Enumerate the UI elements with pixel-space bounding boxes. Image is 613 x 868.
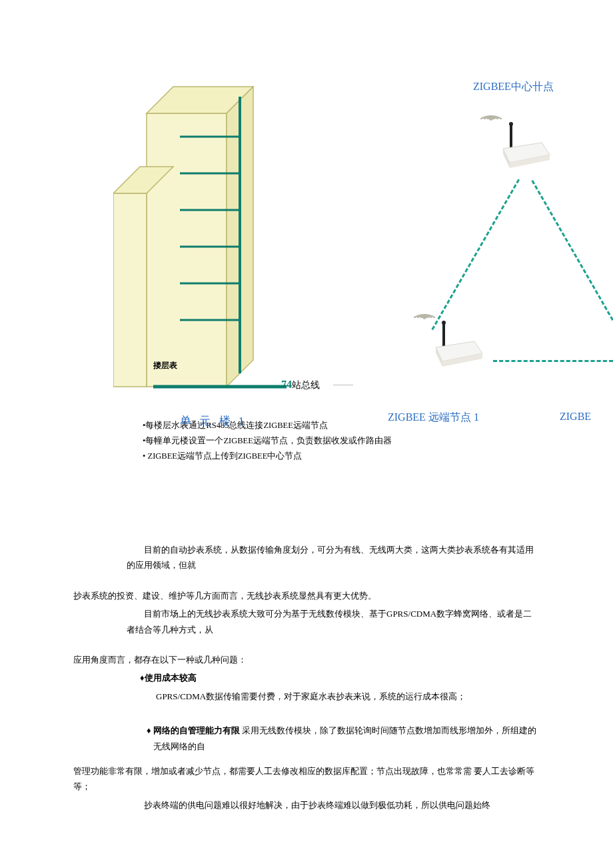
paragraph: 应用角度而言，都存在以下一种或几种问题： xyxy=(73,652,540,667)
text: 目前的自动抄表系统，从数据传输角度划分，可分为有线、无线两大类，这两大类抄表系统… xyxy=(127,545,534,570)
zigbee-device-icon xyxy=(496,119,556,172)
bullet-item: • ZIGBEE远端节点上传到ZIGBEE中心节点 xyxy=(143,451,613,462)
building-illustration xyxy=(113,60,287,393)
svg-point-14 xyxy=(423,316,425,318)
connection-line xyxy=(431,179,520,331)
document-page: 搂层表 74站总线 单 元 楼 1 ZIGBEE中心卄点 ZIGBEE 远端节点… xyxy=(0,27,613,813)
zigbee-device-icon xyxy=(429,317,489,371)
unit-building-label: 单 元 楼 1 xyxy=(180,413,247,429)
bold-title: ♦使用成本较高 xyxy=(140,673,197,683)
connection-line xyxy=(493,360,613,362)
zigbee-remote-label-2: ZIGBE xyxy=(560,411,591,423)
connection-line xyxy=(531,180,613,331)
paragraph: GPRS/CDMA数据传输需要付费，对于家庭水表抄表来说，系统的运行成本很高； xyxy=(156,689,540,704)
network-diagram: 搂层表 74站总线 单 元 楼 1 ZIGBEE中心卄点 ZIGBEE 远端节点… xyxy=(0,27,613,400)
bus-number: 74 xyxy=(281,379,292,390)
text: 目前市场上的无线抄表系统大致可分为基于无线数传模块、基于GPRS/CDMA数字蜂… xyxy=(127,609,532,634)
bullet-item: •每幢单元楼设置一个ZIGBEE远端节点，负责数据收发或作路由器 xyxy=(143,435,613,447)
subheading: ♦ 网络的自管理能力有限 采用无线数传模块，除了数据轮询时间随节点数增加而线形增… xyxy=(147,723,540,754)
paragraph: 管理功能非常有限，增加或者减少节点，都需要人工去修改相应的数据库配置；节点出现故… xyxy=(73,763,540,795)
svg-point-16 xyxy=(509,122,513,126)
bold-title: ♦ 网络的自管理能力有限 xyxy=(147,725,240,735)
svg-point-21 xyxy=(442,321,446,325)
bus-label: 74站总线 xyxy=(281,379,320,391)
paragraph: 抄表终端的供电问题难以很好地解决，由于抄表终端难以做到极低功耗，所以供电问题始终 xyxy=(127,797,540,813)
zigbee-remote-label-1: ZIGBEE 远端节点 1 xyxy=(388,411,479,425)
zigbee-center-label: ZIGBEE中心卄点 xyxy=(473,80,554,94)
subheading: ♦使用成本较高 xyxy=(140,670,540,685)
paragraph: 目前市场上的无线抄表系统大致可分为基于无线数传模块、基于GPRS/CDMA数字蜂… xyxy=(127,606,540,637)
svg-marker-3 xyxy=(113,193,147,387)
paragraph: 目前的自动抄表系统，从数据传输角度划分，可分为有线、无线两大类，这两大类抄表系统… xyxy=(127,542,540,573)
body-text: 目前的自动抄表系统，从数据传输角度划分，可分为有线、无线两大类，这两大类抄表系统… xyxy=(0,542,613,813)
floor-meter-label: 搂层表 xyxy=(153,360,177,371)
bus-text: 站总线 xyxy=(292,380,320,390)
bus-line-tail xyxy=(333,384,353,386)
svg-marker-0 xyxy=(147,113,227,387)
paragraph: 抄表系统的投资、建设、维护等几方面而言，无线抄表系统显然具有更大优势。 xyxy=(73,588,540,603)
svg-point-13 xyxy=(490,117,492,119)
